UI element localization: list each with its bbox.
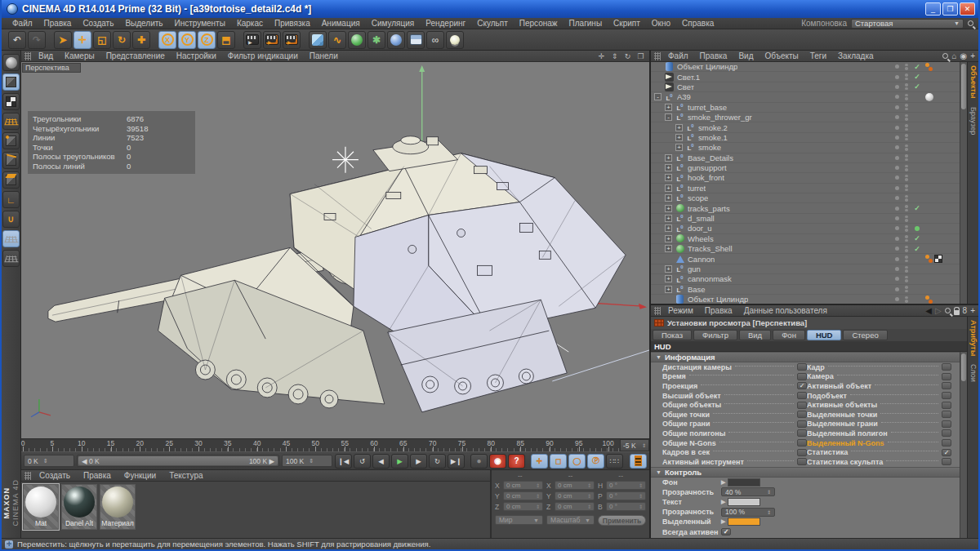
add-panel-icon[interactable]: +: [970, 306, 975, 315]
layer-dot-toggle[interactable]: [891, 85, 902, 89]
lock-z-axis-button[interactable]: Z: [198, 31, 216, 49]
object-row[interactable]: Свет✓: [651, 82, 960, 92]
workplane-mode-button[interactable]: [2, 113, 20, 130]
side-tab-Объекты[interactable]: Объекты: [969, 65, 978, 99]
hud-option-checkbox[interactable]: [797, 429, 807, 437]
object-row[interactable]: +L0Base_Details: [651, 153, 960, 163]
history-back-icon[interactable]: ◀: [925, 306, 932, 315]
tab-Стерео[interactable]: Стерео: [843, 330, 887, 340]
object-row[interactable]: Cannon: [651, 254, 960, 264]
add-camera-button[interactable]: ∞: [426, 31, 444, 49]
hud-option-checkbox[interactable]: ✓: [797, 382, 807, 389]
visibility-dots-toggle[interactable]: [902, 205, 911, 211]
object-row[interactable]: +L0smoke.1: [651, 133, 960, 143]
menu-item-viewport[interactable]: Вид: [33, 51, 59, 60]
layer-dot-toggle[interactable]: [891, 287, 902, 291]
layer-dot-toggle[interactable]: [891, 277, 902, 281]
hud-option-checkbox[interactable]: [797, 363, 807, 371]
edges-mode-button[interactable]: [2, 152, 20, 169]
menu-item-main[interactable]: Скульпт: [471, 19, 514, 28]
hud-option-checkbox[interactable]: [942, 420, 951, 428]
polygons-mode-button[interactable]: [2, 171, 20, 189]
object-row[interactable]: +L0cannonmask: [651, 274, 960, 284]
coord-value-input[interactable]: 0 cm⇕: [555, 491, 595, 500]
menu-item-main[interactable]: Скрипт: [608, 19, 646, 28]
hud-option-checkbox[interactable]: [942, 429, 951, 437]
add-light-button[interactable]: [446, 31, 464, 49]
visibility-dots-toggle[interactable]: [902, 246, 911, 252]
menu-item-main[interactable]: Рендеринг: [420, 19, 471, 28]
layer-dot-toggle[interactable]: [891, 136, 902, 140]
rotate-view-icon[interactable]: ↻: [622, 52, 633, 60]
layer-dot-toggle[interactable]: [891, 257, 902, 261]
live-selection-button[interactable]: ➤: [54, 31, 72, 49]
side-tab-Браузер[interactable]: Браузер: [969, 107, 978, 135]
visibility-dots-toggle[interactable]: [902, 73, 911, 80]
expand-toggle[interactable]: +: [665, 235, 672, 242]
expand-toggle[interactable]: +: [665, 154, 672, 162]
menu-item-attributes[interactable]: Режим: [662, 306, 699, 315]
visibility-dots-toggle[interactable]: [902, 184, 911, 191]
menu-item-main[interactable]: Анимация: [316, 19, 366, 28]
tab-Фон[interactable]: Фон: [773, 330, 805, 340]
expand-toggle[interactable]: +: [665, 275, 672, 282]
rotate-button[interactable]: ↻: [113, 31, 131, 49]
menu-item-main[interactable]: Плагины: [564, 19, 608, 28]
panel-grip-handle[interactable]: [654, 52, 661, 60]
hud-option-checkbox[interactable]: [797, 392, 807, 399]
color-swatch[interactable]: [728, 518, 760, 526]
search-icon[interactable]: [968, 20, 973, 26]
timeline-ruler[interactable]: 0510152025303540455055606570758085909510…: [21, 438, 649, 451]
toggle-view-icon[interactable]: ❐: [635, 52, 646, 60]
visibility-dots-toggle[interactable]: [902, 276, 911, 282]
object-row[interactable]: -L0smoke_thrower_gr: [651, 113, 960, 122]
pan-view-icon[interactable]: ✛: [596, 52, 607, 60]
coord-value-input[interactable]: 0 cm⇕: [503, 502, 543, 511]
enable-toggle[interactable]: ✓: [911, 245, 924, 253]
goto-start-button[interactable]: ❙◀: [335, 454, 352, 469]
tab-Вид[interactable]: Вид: [739, 330, 771, 340]
menu-item-attributes[interactable]: Правка: [699, 306, 738, 315]
menu-item-materials[interactable]: Создать: [33, 471, 77, 480]
expand-toggle[interactable]: +: [665, 174, 672, 181]
uvw-tag-icon[interactable]: [934, 255, 942, 263]
eye-icon[interactable]: ◉: [960, 51, 967, 60]
visibility-dots-toggle[interactable]: [902, 144, 911, 151]
visibility-dots-toggle[interactable]: [902, 64, 911, 70]
visibility-dots-toggle[interactable]: [902, 296, 911, 303]
hud-option-checkbox[interactable]: [797, 439, 807, 447]
expand-toggle[interactable]: +: [665, 104, 672, 111]
tab-Фильтр[interactable]: Фильтр: [693, 330, 737, 340]
expand-toggle[interactable]: -: [665, 113, 672, 121]
redo-button[interactable]: ↷: [28, 31, 46, 49]
selection-tag-icon[interactable]: [925, 255, 933, 263]
layer-dot-toggle[interactable]: [891, 64, 902, 69]
visibility-dots-toggle[interactable]: [902, 154, 911, 161]
layer-dot-toggle[interactable]: [891, 105, 902, 109]
expand-toggle[interactable]: +: [665, 205, 672, 212]
sculpt-mode-button[interactable]: [2, 54, 20, 71]
hud-option-checkbox[interactable]: [942, 373, 951, 380]
coord-value-input[interactable]: 0 cm⇕: [555, 481, 595, 490]
menu-item-main[interactable]: Правка: [38, 19, 78, 28]
menu-item-objects[interactable]: Файл: [662, 51, 694, 60]
key-pla-button[interactable]: ∷∷: [606, 454, 623, 469]
expand-toggle[interactable]: +: [675, 144, 683, 151]
timeline-scrubber[interactable]: ◀ 0 K 100 K ▶: [77, 455, 279, 467]
object-row[interactable]: Объект Цилиндр: [651, 295, 960, 304]
attribute-scrollbar[interactable]: [960, 352, 967, 538]
menu-item-objects[interactable]: Правка: [694, 51, 733, 60]
object-row[interactable]: +L0turret_base: [651, 103, 960, 113]
hud-option-checkbox[interactable]: [797, 373, 807, 380]
menu-item-viewport[interactable]: Фильтр индикации: [222, 51, 304, 60]
loop-mode-button[interactable]: ↻: [429, 454, 446, 469]
tab-HUD[interactable]: HUD: [807, 330, 842, 340]
enable-toggle[interactable]: ✓: [911, 234, 924, 242]
menu-item-main[interactable]: Создать: [77, 19, 119, 28]
menu-item-main[interactable]: Привязка: [269, 19, 316, 28]
key-position-button[interactable]: ✛: [531, 454, 548, 469]
viewport-camera-label[interactable]: Перспектива: [22, 63, 81, 73]
side-tab-Слои[interactable]: Слои: [969, 364, 978, 382]
menu-item-materials[interactable]: Функции: [118, 471, 163, 480]
hud-option-checkbox[interactable]: [797, 402, 807, 409]
